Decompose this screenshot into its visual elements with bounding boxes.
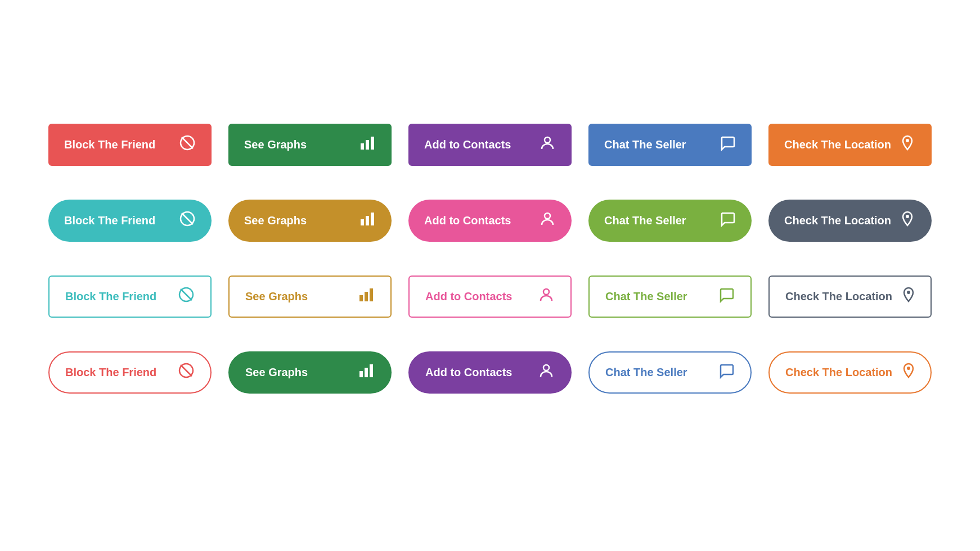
check-location-label-3: Check The Location — [785, 290, 892, 303]
see-graphs-button-1[interactable]: See Graphs — [228, 124, 392, 166]
svg-rect-25 — [370, 364, 373, 377]
chat-seller-label-2: Chat The Seller — [604, 214, 686, 227]
add-contacts-button-4[interactable]: Add to Contacts — [408, 351, 572, 394]
chat-seller-button-2[interactable]: Chat The Seller — [588, 200, 752, 242]
see-graphs-label-4: See Graphs — [245, 366, 308, 379]
add-contacts-button-1[interactable]: Add to Contacts — [408, 124, 572, 166]
button-row-2: Block The Friend See Graphs Add to Conta… — [34, 200, 946, 242]
svg-rect-4 — [371, 137, 374, 150]
block-friend-label-4: Block The Friend — [65, 366, 156, 379]
block-icon-3 — [178, 286, 195, 307]
chat-seller-label-4: Chat The Seller — [605, 366, 687, 379]
chat-seller-button-4[interactable]: Chat The Seller — [588, 351, 752, 394]
see-graphs-label-1: See Graphs — [244, 138, 307, 151]
svg-point-6 — [906, 139, 909, 142]
chat-seller-label-1: Chat The Seller — [604, 138, 686, 151]
svg-point-13 — [906, 215, 909, 218]
check-location-button-1[interactable]: Check The Location — [768, 124, 932, 166]
add-contacts-label-2: Add to Contacts — [424, 214, 511, 227]
chat-seller-button-3[interactable]: Chat The Seller — [588, 276, 752, 318]
location-icon-2 — [899, 210, 916, 231]
svg-point-26 — [543, 365, 549, 371]
block-friend-button-1[interactable]: Block The Friend — [48, 124, 212, 166]
block-friend-label-1: Block The Friend — [64, 138, 155, 151]
add-contacts-label-1: Add to Contacts — [424, 138, 511, 151]
svg-line-22 — [181, 365, 192, 376]
button-row-3: Block The Friend See Graphs Add to Conta… — [34, 276, 946, 318]
button-row-4: Block The Friend See Graphs Add to Conta… — [34, 351, 946, 394]
see-graphs-button-3[interactable]: See Graphs — [228, 276, 392, 318]
see-graphs-button-2[interactable]: See Graphs — [228, 200, 392, 242]
chat-icon-1 — [719, 134, 736, 155]
location-icon-1 — [899, 134, 916, 155]
check-location-label-1: Check The Location — [784, 138, 891, 151]
see-graphs-button-4[interactable]: See Graphs — [228, 351, 392, 394]
check-location-label-2: Check The Location — [784, 214, 891, 227]
block-friend-button-2[interactable]: Block The Friend — [48, 200, 212, 242]
chat-icon-3 — [718, 286, 735, 307]
svg-rect-3 — [366, 140, 369, 150]
block-icon-4 — [178, 362, 195, 383]
svg-rect-18 — [370, 288, 373, 301]
block-friend-label-2: Block The Friend — [64, 214, 155, 227]
chat-icon-4 — [718, 362, 735, 383]
see-graphs-label-3: See Graphs — [245, 290, 308, 303]
chat-seller-label-3: Chat The Seller — [605, 290, 687, 303]
location-icon-3 — [900, 286, 917, 307]
svg-rect-17 — [365, 292, 368, 301]
contacts-icon-2 — [539, 210, 556, 231]
contacts-icon-3 — [538, 286, 555, 307]
svg-rect-2 — [361, 143, 364, 150]
svg-point-27 — [907, 367, 910, 370]
chat-seller-button-1[interactable]: Chat The Seller — [588, 124, 752, 166]
block-friend-label-3: Block The Friend — [65, 290, 156, 303]
graphs-icon-2 — [359, 210, 376, 231]
location-icon-4 — [900, 362, 917, 383]
svg-line-15 — [181, 289, 192, 300]
graphs-icon-4 — [358, 362, 375, 383]
check-location-label-4: Check The Location — [785, 366, 892, 379]
svg-line-8 — [182, 213, 193, 224]
see-graphs-label-2: See Graphs — [244, 214, 307, 227]
block-icon-1 — [179, 134, 196, 155]
svg-rect-16 — [359, 295, 363, 301]
chat-icon-2 — [719, 210, 736, 231]
svg-rect-11 — [371, 213, 374, 225]
contacts-icon-1 — [539, 134, 556, 155]
check-location-button-3[interactable]: Check The Location — [768, 276, 932, 318]
block-friend-button-4[interactable]: Block The Friend — [48, 351, 212, 394]
check-location-button-4[interactable]: Check The Location — [768, 351, 932, 394]
svg-point-12 — [545, 213, 550, 219]
svg-rect-24 — [365, 368, 368, 377]
svg-rect-9 — [361, 219, 364, 225]
block-friend-button-3[interactable]: Block The Friend — [48, 276, 212, 318]
add-contacts-button-2[interactable]: Add to Contacts — [408, 200, 572, 242]
add-contacts-label-4: Add to Contacts — [425, 366, 512, 379]
contacts-icon-4 — [538, 362, 555, 383]
graphs-icon-3 — [358, 286, 375, 307]
graphs-icon-1 — [359, 134, 376, 155]
check-location-button-2[interactable]: Check The Location — [768, 200, 932, 242]
svg-line-1 — [182, 137, 193, 148]
add-contacts-label-3: Add to Contacts — [425, 290, 512, 303]
svg-point-5 — [545, 137, 550, 143]
block-icon-2 — [179, 210, 196, 231]
add-contacts-button-3[interactable]: Add to Contacts — [408, 276, 572, 318]
svg-rect-10 — [366, 216, 369, 225]
svg-point-20 — [907, 291, 910, 294]
button-row-1: Block The Friend See Graphs Add to Conta… — [34, 124, 946, 166]
svg-point-19 — [543, 289, 549, 295]
svg-rect-23 — [359, 371, 363, 377]
